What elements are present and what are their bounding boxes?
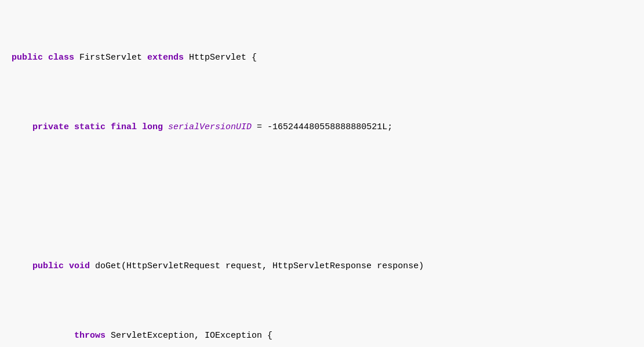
keyword-void-doget: void — [69, 261, 95, 271]
code-line-1: public class FirstServlet extends HttpSe… — [12, 51, 632, 65]
code-block: public class FirstServlet extends HttpSe… — [12, 9, 632, 347]
code-line-5: throws ServletException, IOException { — [12, 329, 632, 343]
class-name-firstservlet: FirstServlet — [79, 53, 147, 63]
keyword-long: long — [142, 122, 168, 132]
code-line-2: private static final long serialVersionU… — [12, 120, 632, 134]
code-container: public class FirstServlet extends HttpSe… — [0, 0, 644, 347]
keyword-static: static — [74, 122, 111, 132]
keyword-public-doget: public — [32, 261, 69, 271]
keyword-public: public — [12, 53, 48, 63]
class-name-httpservlet: HttpServlet { — [189, 53, 257, 63]
serialversionuid-value: = -165244480558888880521L; — [252, 122, 392, 132]
field-serialversionuid: serialVersionUID — [168, 122, 252, 132]
keyword-final: final — [111, 122, 142, 132]
keyword-private: private — [32, 122, 74, 132]
keyword-class: class — [48, 53, 79, 63]
code-line-3 — [12, 190, 632, 204]
throws-exceptions-doget: ServletException, IOException { — [111, 331, 272, 341]
keyword-throws-doget: throws — [74, 331, 111, 341]
method-doget-signature: doGet(HttpServletRequest request, HttpSe… — [95, 261, 424, 271]
code-line-4: public void doGet(HttpServletRequest req… — [12, 260, 632, 273]
keyword-extends: extends — [147, 53, 189, 63]
